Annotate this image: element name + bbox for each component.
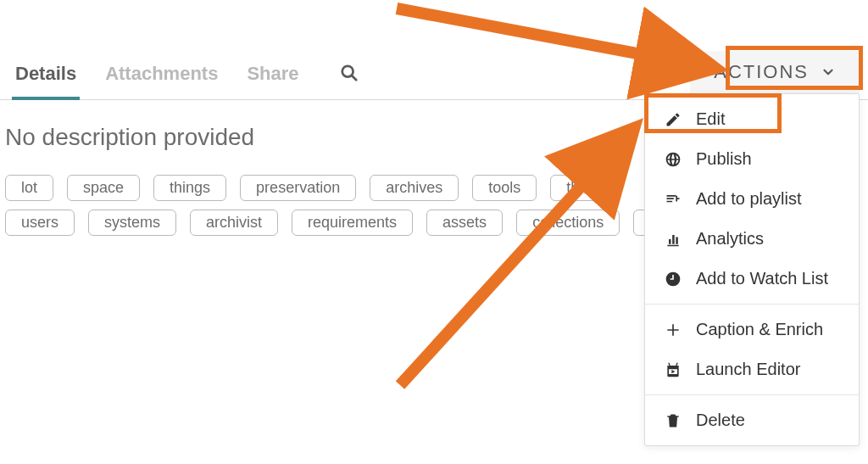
menu-caption-enrich-label: Caption & Enrich — [696, 320, 823, 339]
svg-line-1 — [352, 75, 356, 80]
editor-icon — [664, 361, 682, 378]
actions-button[interactable]: ACTIONS — [690, 51, 860, 93]
dropdown-divider — [645, 304, 859, 305]
tag-requirements[interactable]: requirements — [292, 210, 413, 236]
globe-icon — [664, 151, 682, 168]
menu-add-to-watch-list-label: Add to Watch List — [696, 269, 828, 288]
menu-analytics[interactable]: Analytics — [645, 219, 859, 259]
menu-publish[interactable]: Publish — [645, 139, 859, 179]
tab-share[interactable]: Share — [243, 51, 302, 100]
menu-analytics-label: Analytics — [696, 229, 764, 249]
menu-edit[interactable]: Edit — [645, 99, 859, 139]
menu-caption-enrich[interactable]: Caption & Enrich — [645, 310, 859, 349]
chart-icon — [664, 231, 682, 248]
tag-archivist[interactable]: archivist — [190, 210, 278, 236]
menu-launch-editor-label: Launch Editor — [696, 360, 800, 379]
menu-add-to-playlist[interactable]: Add to playlist — [645, 179, 859, 219]
tab-attachments[interactable]: Attachments — [102, 51, 221, 100]
pencil-icon — [664, 111, 682, 128]
menu-add-to-playlist-label: Add to playlist — [696, 189, 802, 209]
tag-users[interactable]: users — [5, 210, 75, 236]
tag-collections[interactable]: collections — [516, 210, 620, 236]
trash-icon — [664, 412, 682, 429]
actions-dropdown: Edit Publish Add to playlist Analytics A… — [644, 93, 860, 446]
tag-things[interactable]: things — [153, 175, 226, 201]
menu-delete[interactable]: Delete — [645, 400, 859, 440]
dropdown-divider — [645, 394, 859, 395]
chevron-down-icon — [821, 64, 836, 80]
tag-systems[interactable]: systems — [88, 210, 176, 236]
menu-launch-editor[interactable]: Launch Editor — [645, 349, 859, 389]
plus-icon — [664, 321, 682, 338]
tab-details[interactable]: Details — [12, 51, 80, 100]
tag-assets[interactable]: assets — [426, 210, 503, 236]
menu-edit-label: Edit — [696, 109, 725, 129]
actions-button-label: ACTIONS — [714, 61, 809, 83]
tags-area: lot space things preservation archives t… — [0, 166, 661, 244]
playlist-add-icon — [664, 191, 682, 208]
tag-lot[interactable]: lot — [5, 175, 53, 201]
clock-icon — [664, 271, 682, 288]
menu-delete-label: Delete — [696, 411, 745, 430]
menu-add-to-watch-list[interactable]: Add to Watch List — [645, 259, 859, 299]
tag-partial[interactable]: th — [550, 175, 614, 201]
search-icon[interactable] — [340, 64, 359, 87]
tag-preservation[interactable]: preservation — [240, 175, 356, 201]
tag-archives[interactable]: archives — [370, 175, 459, 201]
tag-tools[interactable]: tools — [472, 175, 537, 201]
menu-publish-label: Publish — [696, 149, 752, 169]
tag-space[interactable]: space — [67, 175, 140, 201]
